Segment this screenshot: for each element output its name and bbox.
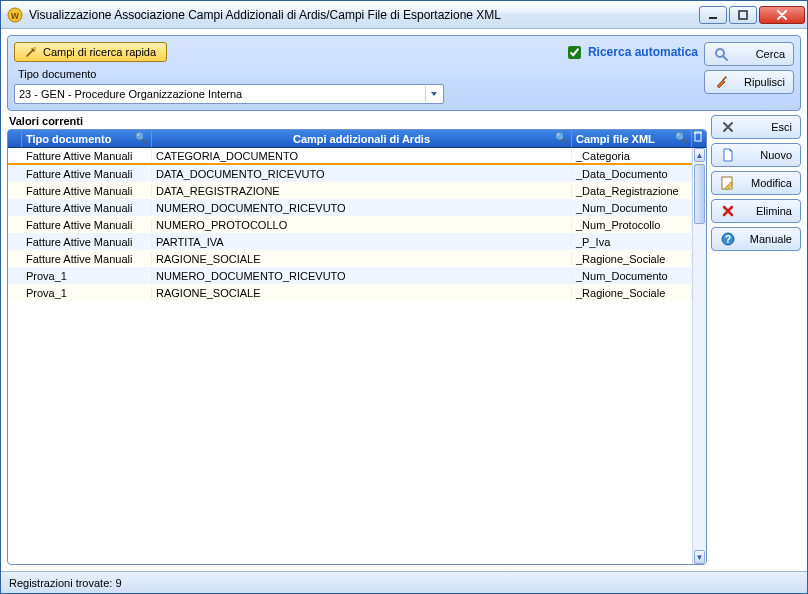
data-grid: Tipo documento 🔍 Campi addizionali di Ar… [7,129,707,565]
close-button[interactable] [759,6,805,24]
cell-ardis: DATA_REGISTRAZIONE [152,185,572,197]
grid-header: Tipo documento 🔍 Campi addizionali di Ar… [8,130,706,148]
status-text: Registrazioni trovate: 9 [9,577,122,589]
quick-search-label: Campi di ricerca rapida [43,46,156,58]
delete-button[interactable]: Elimina [711,199,801,223]
table-row[interactable]: Prova_1NUMERO_DOCUMENTO_RICEVUTO_Num_Doc… [8,267,706,284]
delete-label: Elimina [742,205,792,217]
pencil-icon [720,175,736,191]
table-row[interactable]: Prova_1RAGIONE_SOCIALE_Ragione_Sociale [8,284,706,301]
auto-search-label: Ricerca automatica [588,45,698,59]
help-icon: ? [720,231,736,247]
broom-icon [713,74,729,90]
cell-ardis: NUMERO_DOCUMENTO_RICEVUTO [152,202,572,214]
clear-button[interactable]: Ripulisci [704,70,794,94]
cell-xml: _Num_Documento [572,270,692,282]
manual-button[interactable]: ? Manuale [711,227,801,251]
filter-icon: 🔍 [555,132,567,143]
svg-rect-3 [739,11,747,19]
clear-label: Ripulisci [735,76,785,88]
doc-type-combo[interactable]: 23 - GEN - Procedure Organizzazione Inte… [14,84,444,104]
manual-label: Manuale [742,233,792,245]
cell-doc-type: Fatture Attive Manuali [22,168,152,180]
new-label: Nuovo [742,149,792,161]
table-row[interactable]: Fatture Attive ManualiRAGIONE_SOCIALE_Ra… [8,250,706,267]
table-row[interactable]: Fatture Attive ManualiNUMERO_PROTOCOLLO_… [8,216,706,233]
cell-xml: _P_Iva [572,236,692,248]
quick-search-button[interactable]: Campi di ricerca rapida [14,42,167,62]
status-bar: Registrazioni trovate: 9 [1,571,807,593]
scroll-down-button[interactable]: ▼ [694,550,705,564]
page-icon [720,147,736,163]
cell-xml: _Data_Registrazione [572,185,692,197]
cell-xml: _Num_Protocollo [572,219,692,231]
search-icon [713,46,729,62]
delete-x-icon [720,203,736,219]
col-xml[interactable]: Campi file XML 🔍 [572,130,692,147]
col-doc-type[interactable]: Tipo documento 🔍 [22,130,152,147]
filter-panel: Campi di ricerca rapida Ricerca automati… [7,35,801,111]
cell-doc-type: Fatture Attive Manuali [22,150,152,162]
doc-type-value: 23 - GEN - Procedure Organizzazione Inte… [19,88,242,100]
app-window: w Visualizzazione Associazione Campi Add… [0,0,808,594]
scroll-thumb[interactable] [694,164,705,224]
cell-ardis: NUMERO_PROTOCOLLO [152,219,572,231]
edit-label: Modifica [742,177,792,189]
col-ardis[interactable]: Campi addizionali di Ardis 🔍 [152,130,572,147]
svg-rect-2 [709,17,717,19]
minimize-button[interactable] [699,6,727,24]
cell-doc-type: Fatture Attive Manuali [22,236,152,248]
cell-doc-type: Fatture Attive Manuali [22,202,152,214]
cell-ardis: DATA_DOCUMENTO_RICEVUTO [152,168,572,180]
header-corner-left [8,130,22,147]
titlebar: w Visualizzazione Associazione Campi Add… [1,1,807,29]
cell-doc-type: Prova_1 [22,270,152,282]
app-icon: w [7,7,23,23]
main-area: Valori correnti Tipo documento 🔍 Campi a… [7,115,801,565]
new-button[interactable]: Nuovo [711,143,801,167]
cell-ardis: PARTITA_IVA [152,236,572,248]
col-doc-type-label: Tipo documento [26,133,111,145]
doc-type-label: Tipo documento [18,68,698,80]
cell-doc-type: Fatture Attive Manuali [22,185,152,197]
cell-doc-type: Fatture Attive Manuali [22,219,152,231]
chevron-down-icon [425,86,441,102]
cell-xml: _Ragione_Sociale [572,287,692,299]
cell-ardis: NUMERO_DOCUMENTO_RICEVUTO [152,270,572,282]
action-sidebar: Esci Nuovo Modifica [711,115,801,565]
header-corner-right [692,130,706,147]
search-button[interactable]: Cerca [704,42,794,66]
filter-icon: 🔍 [135,132,147,143]
edit-button[interactable]: Modifica [711,171,801,195]
exit-button[interactable]: Esci [711,115,801,139]
grid-section-title: Valori correnti [7,115,707,129]
grid-body[interactable]: Fatture Attive ManualiCATEGORIA_DOCUMENT… [8,148,706,564]
table-row[interactable]: Fatture Attive ManualiDATA_DOCUMENTO_RIC… [8,165,706,182]
table-row[interactable]: Fatture Attive ManualiCATEGORIA_DOCUMENT… [8,148,706,165]
table-row[interactable]: Fatture Attive ManualiNUMERO_DOCUMENTO_R… [8,199,706,216]
exit-label: Esci [742,121,792,133]
maximize-button[interactable] [729,6,757,24]
table-row[interactable]: Fatture Attive ManualiDATA_REGISTRAZIONE… [8,182,706,199]
col-xml-label: Campi file XML [576,133,655,145]
cell-doc-type: Fatture Attive Manuali [22,253,152,265]
wand-icon [25,46,37,58]
cell-ardis: RAGIONE_SOCIALE [152,287,572,299]
auto-search-checkbox[interactable] [568,46,581,59]
table-row[interactable]: Fatture Attive ManualiPARTITA_IVA_P_Iva [8,233,706,250]
svg-text:w: w [10,10,19,21]
window-title: Visualizzazione Associazione Campi Addiz… [29,8,699,22]
svg-point-4 [34,48,36,50]
scroll-up-button[interactable]: ▲ [694,148,705,162]
cell-xml: _Num_Documento [572,202,692,214]
cell-ardis: CATEGORIA_DOCUMENTO [152,150,572,162]
client-area: Campi di ricerca rapida Ricerca automati… [1,29,807,571]
cell-xml: _Ragione_Sociale [572,253,692,265]
window-buttons [699,6,805,24]
svg-text:?: ? [725,234,731,245]
search-label: Cerca [735,48,785,60]
cell-ardis: RAGIONE_SOCIALE [152,253,572,265]
col-ardis-label: Campi addizionali di Ardis [293,133,430,145]
filter-icon: 🔍 [675,132,687,143]
vertical-scrollbar[interactable]: ▲ ▼ [692,148,706,564]
